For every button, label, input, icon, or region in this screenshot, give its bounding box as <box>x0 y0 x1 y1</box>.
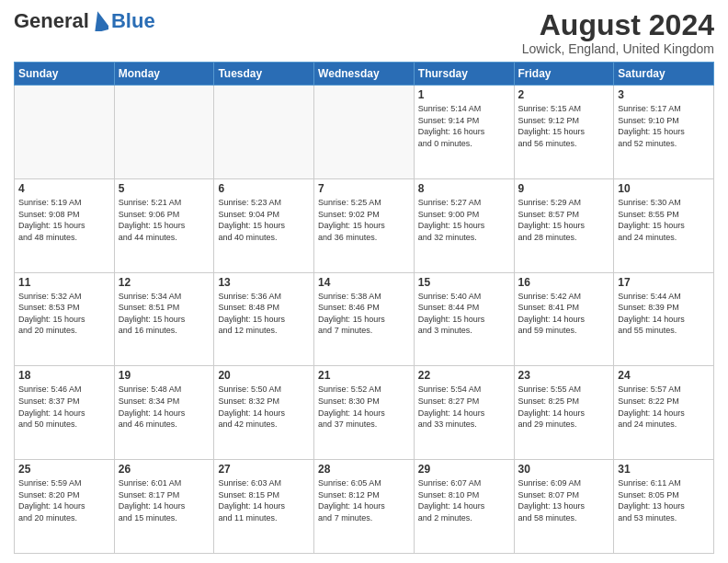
day-number: 9 <box>518 182 610 195</box>
day-number: 8 <box>418 182 510 195</box>
day-content: Sunrise: 6:07 AM Sunset: 8:10 PM Dayligh… <box>418 477 510 523</box>
calendar-cell: 20Sunrise: 5:50 AM Sunset: 8:32 PM Dayli… <box>214 366 314 460</box>
day-number: 3 <box>618 88 710 101</box>
calendar-cell: 11Sunrise: 5:32 AM Sunset: 8:53 PM Dayli… <box>15 272 115 366</box>
day-number: 28 <box>318 463 410 476</box>
logo: General Blue <box>14 9 155 33</box>
day-number: 18 <box>18 369 110 382</box>
day-number: 20 <box>218 369 310 382</box>
calendar-cell: 7Sunrise: 5:25 AM Sunset: 9:02 PM Daylig… <box>314 178 415 272</box>
day-content: Sunrise: 6:03 AM Sunset: 8:15 PM Dayligh… <box>218 477 310 523</box>
day-content: Sunrise: 5:59 AM Sunset: 8:20 PM Dayligh… <box>18 477 110 523</box>
day-number: 13 <box>218 276 310 289</box>
calendar-cell: 26Sunrise: 6:01 AM Sunset: 8:17 PM Dayli… <box>114 460 214 554</box>
calendar-cell: 17Sunrise: 5:44 AM Sunset: 8:39 PM Dayli… <box>614 272 714 366</box>
calendar-cell <box>114 86 214 179</box>
calendar-header-thursday: Thursday <box>414 63 514 86</box>
calendar-header-friday: Friday <box>514 63 614 86</box>
day-content: Sunrise: 5:30 AM Sunset: 8:55 PM Dayligh… <box>618 197 710 243</box>
calendar-cell: 25Sunrise: 5:59 AM Sunset: 8:20 PM Dayli… <box>15 460 115 554</box>
calendar-cell: 16Sunrise: 5:42 AM Sunset: 8:41 PM Dayli… <box>514 272 614 366</box>
calendar-table: SundayMondayTuesdayWednesdayThursdayFrid… <box>14 62 714 554</box>
day-number: 5 <box>119 182 210 195</box>
day-number: 27 <box>218 463 310 476</box>
day-number: 6 <box>218 182 310 195</box>
logo-general: General <box>14 9 89 33</box>
calendar-cell <box>15 86 115 179</box>
logo-sail-icon <box>92 11 108 31</box>
calendar-week-5: 25Sunrise: 5:59 AM Sunset: 8:20 PM Dayli… <box>15 460 714 554</box>
day-number: 25 <box>18 463 110 476</box>
calendar-cell: 13Sunrise: 5:36 AM Sunset: 8:48 PM Dayli… <box>214 272 314 366</box>
day-content: Sunrise: 5:46 AM Sunset: 8:37 PM Dayligh… <box>18 384 110 430</box>
day-content: Sunrise: 5:42 AM Sunset: 8:41 PM Dayligh… <box>518 291 610 337</box>
title-area: August 2024 Lowick, England, United King… <box>522 9 714 56</box>
calendar-week-3: 11Sunrise: 5:32 AM Sunset: 8:53 PM Dayli… <box>15 272 714 366</box>
calendar-week-2: 4Sunrise: 5:19 AM Sunset: 9:08 PM Daylig… <box>15 178 714 272</box>
day-number: 10 <box>618 182 710 195</box>
logo-blue: Blue <box>111 9 155 33</box>
day-content: Sunrise: 6:11 AM Sunset: 8:05 PM Dayligh… <box>618 477 710 523</box>
day-content: Sunrise: 5:36 AM Sunset: 8:48 PM Dayligh… <box>218 291 310 337</box>
day-content: Sunrise: 5:52 AM Sunset: 8:30 PM Dayligh… <box>318 384 410 430</box>
day-number: 4 <box>18 182 110 195</box>
calendar-cell: 27Sunrise: 6:03 AM Sunset: 8:15 PM Dayli… <box>214 460 314 554</box>
calendar-cell: 5Sunrise: 5:21 AM Sunset: 9:06 PM Daylig… <box>114 178 214 272</box>
calendar-cell: 19Sunrise: 5:48 AM Sunset: 8:34 PM Dayli… <box>114 366 214 460</box>
day-number: 22 <box>418 369 510 382</box>
day-content: Sunrise: 5:25 AM Sunset: 9:02 PM Dayligh… <box>318 197 410 243</box>
calendar-cell: 15Sunrise: 5:40 AM Sunset: 8:44 PM Dayli… <box>414 272 514 366</box>
calendar-cell: 14Sunrise: 5:38 AM Sunset: 8:46 PM Dayli… <box>314 272 415 366</box>
day-number: 23 <box>518 369 610 382</box>
day-number: 11 <box>18 276 110 289</box>
day-content: Sunrise: 5:19 AM Sunset: 9:08 PM Dayligh… <box>18 197 110 243</box>
calendar-header-wednesday: Wednesday <box>314 63 415 86</box>
calendar-cell: 30Sunrise: 6:09 AM Sunset: 8:07 PM Dayli… <box>514 460 614 554</box>
location: Lowick, England, United Kingdom <box>522 41 714 56</box>
calendar-cell: 31Sunrise: 6:11 AM Sunset: 8:05 PM Dayli… <box>614 460 714 554</box>
calendar-cell <box>314 86 415 179</box>
day-content: Sunrise: 5:15 AM Sunset: 9:12 PM Dayligh… <box>518 103 610 149</box>
day-number: 31 <box>618 463 710 476</box>
day-content: Sunrise: 5:57 AM Sunset: 8:22 PM Dayligh… <box>618 384 710 430</box>
day-content: Sunrise: 5:32 AM Sunset: 8:53 PM Dayligh… <box>18 291 110 337</box>
day-content: Sunrise: 5:38 AM Sunset: 8:46 PM Dayligh… <box>318 291 410 337</box>
header: General Blue August 2024 Lowick, England… <box>14 9 714 56</box>
day-number: 30 <box>518 463 610 476</box>
day-number: 24 <box>618 369 710 382</box>
day-number: 12 <box>119 276 210 289</box>
calendar-header-saturday: Saturday <box>614 63 714 86</box>
calendar-header-tuesday: Tuesday <box>214 63 314 86</box>
calendar-cell: 9Sunrise: 5:29 AM Sunset: 8:57 PM Daylig… <box>514 178 614 272</box>
day-content: Sunrise: 5:54 AM Sunset: 8:27 PM Dayligh… <box>418 384 510 430</box>
calendar-cell: 12Sunrise: 5:34 AM Sunset: 8:51 PM Dayli… <box>114 272 214 366</box>
svg-marker-0 <box>92 11 108 31</box>
calendar-cell: 23Sunrise: 5:55 AM Sunset: 8:25 PM Dayli… <box>514 366 614 460</box>
calendar-cell: 24Sunrise: 5:57 AM Sunset: 8:22 PM Dayli… <box>614 366 714 460</box>
day-content: Sunrise: 5:50 AM Sunset: 8:32 PM Dayligh… <box>218 384 310 430</box>
day-number: 21 <box>318 369 410 382</box>
day-number: 14 <box>318 276 410 289</box>
day-content: Sunrise: 5:27 AM Sunset: 9:00 PM Dayligh… <box>418 197 510 243</box>
calendar-week-1: 1Sunrise: 5:14 AM Sunset: 9:14 PM Daylig… <box>15 86 714 179</box>
calendar-cell: 10Sunrise: 5:30 AM Sunset: 8:55 PM Dayli… <box>614 178 714 272</box>
calendar-cell: 21Sunrise: 5:52 AM Sunset: 8:30 PM Dayli… <box>314 366 415 460</box>
day-content: Sunrise: 5:55 AM Sunset: 8:25 PM Dayligh… <box>518 384 610 430</box>
day-content: Sunrise: 6:09 AM Sunset: 8:07 PM Dayligh… <box>518 477 610 523</box>
day-number: 19 <box>119 369 210 382</box>
day-number: 2 <box>518 88 610 101</box>
calendar-header-row: SundayMondayTuesdayWednesdayThursdayFrid… <box>15 63 714 86</box>
calendar-cell: 28Sunrise: 6:05 AM Sunset: 8:12 PM Dayli… <box>314 460 415 554</box>
day-content: Sunrise: 5:29 AM Sunset: 8:57 PM Dayligh… <box>518 197 610 243</box>
day-number: 15 <box>418 276 510 289</box>
calendar-header-sunday: Sunday <box>15 63 115 86</box>
day-content: Sunrise: 5:21 AM Sunset: 9:06 PM Dayligh… <box>119 197 210 243</box>
day-content: Sunrise: 5:48 AM Sunset: 8:34 PM Dayligh… <box>119 384 210 430</box>
calendar-cell: 29Sunrise: 6:07 AM Sunset: 8:10 PM Dayli… <box>414 460 514 554</box>
day-number: 26 <box>119 463 210 476</box>
day-content: Sunrise: 6:01 AM Sunset: 8:17 PM Dayligh… <box>119 477 210 523</box>
calendar-header-monday: Monday <box>114 63 214 86</box>
calendar-cell <box>214 86 314 179</box>
day-content: Sunrise: 5:34 AM Sunset: 8:51 PM Dayligh… <box>119 291 210 337</box>
calendar-cell: 6Sunrise: 5:23 AM Sunset: 9:04 PM Daylig… <box>214 178 314 272</box>
